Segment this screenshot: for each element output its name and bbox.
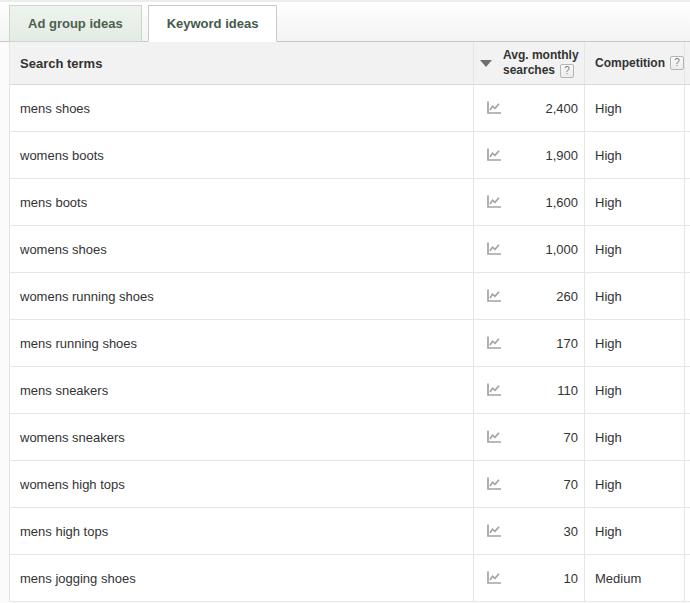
tab-ad-group-ideas-label: Ad group ideas — [28, 16, 123, 31]
table-row: mens high tops 30 High — [10, 508, 690, 555]
competition-help-icon[interactable]: ? — [670, 56, 684, 70]
competition-cell: High — [584, 414, 684, 460]
column-header-search-terms[interactable]: Search terms — [10, 42, 473, 84]
avg-monthly-searches-cell: 170 — [473, 320, 584, 366]
competition-value: High — [595, 195, 622, 210]
row-overflow-cell — [684, 273, 690, 319]
search-term-cell: mens sneakers — [10, 367, 473, 413]
row-overflow-cell — [684, 179, 690, 225]
tab-keyword-ideas-label: Keyword ideas — [167, 16, 259, 31]
trend-chart-icon[interactable] — [485, 147, 503, 163]
competition-cell: High — [584, 85, 684, 131]
header-overflow-cell — [684, 42, 690, 84]
avg-monthly-searches-cell: 70 — [473, 414, 584, 460]
avg-monthly-searches-value: 2,400 — [503, 101, 584, 116]
avg-monthly-searches-cell: 30 — [473, 508, 584, 554]
competition-cell: High — [584, 132, 684, 178]
row-overflow-cell — [684, 414, 690, 460]
row-overflow-cell — [684, 508, 690, 554]
competition-cell: High — [584, 320, 684, 366]
avg-monthly-searches-value: 170 — [503, 336, 584, 351]
avg-monthly-searches-value: 1,900 — [503, 148, 584, 163]
competition-value: High — [595, 430, 622, 445]
row-overflow-cell — [684, 461, 690, 507]
competition-value: High — [595, 101, 622, 116]
search-term-cell: womens boots — [10, 132, 473, 178]
competition-value: High — [595, 383, 622, 398]
table-row: mens jogging shoes 10 Medium — [10, 555, 690, 602]
search-term-cell: mens boots — [10, 179, 473, 225]
avg-monthly-searches-value: 10 — [503, 571, 584, 586]
row-overflow-cell — [684, 226, 690, 272]
search-term-text: womens boots — [20, 148, 104, 163]
avg-monthly-searches-value: 110 — [503, 383, 584, 398]
competition-cell: High — [584, 226, 684, 272]
search-term-text: mens running shoes — [20, 336, 137, 351]
search-terms-label: Search terms — [20, 56, 102, 71]
column-header-competition[interactable]: Competition ? — [584, 42, 684, 84]
search-term-cell: womens shoes — [10, 226, 473, 272]
tab-bar: Ad group ideas Keyword ideas — [0, 0, 690, 42]
search-term-cell: mens running shoes — [10, 320, 473, 366]
trend-chart-icon[interactable] — [485, 194, 503, 210]
competition-value: High — [595, 148, 622, 163]
avg-monthly-searches-cell: 10 — [473, 555, 584, 601]
search-term-text: mens sneakers — [20, 383, 108, 398]
trend-chart-icon[interactable] — [485, 100, 503, 116]
search-term-text: womens shoes — [20, 242, 107, 257]
search-term-text: womens high tops — [20, 477, 125, 492]
search-term-text: mens high tops — [20, 524, 108, 539]
trend-chart-icon[interactable] — [485, 429, 503, 445]
sort-descending-icon — [480, 60, 492, 67]
search-term-cell: mens jogging shoes — [10, 555, 473, 601]
search-term-text: womens running shoes — [20, 289, 154, 304]
tab-keyword-ideas[interactable]: Keyword ideas — [148, 5, 278, 42]
search-term-text: mens shoes — [20, 101, 90, 116]
avg-monthly-searches-value: 1,600 — [503, 195, 584, 210]
table-body: mens shoes 2,400 High womens boots — [10, 85, 690, 602]
search-term-text: womens sneakers — [20, 430, 125, 445]
trend-chart-icon[interactable] — [485, 523, 503, 539]
avg-monthly-searches-cell: 70 — [473, 461, 584, 507]
keyword-ideas-table: Search terms Avg. monthly searches ? Com… — [9, 42, 690, 602]
table-row: womens running shoes 260 High — [10, 273, 690, 320]
competition-cell: High — [584, 179, 684, 225]
trend-chart-icon[interactable] — [485, 335, 503, 351]
trend-chart-icon[interactable] — [485, 570, 503, 586]
avg-monthly-searches-value: 70 — [503, 477, 584, 492]
avg-monthly-searches-cell: 110 — [473, 367, 584, 413]
table-row: mens sneakers 110 High — [10, 367, 690, 414]
competition-value: High — [595, 242, 622, 257]
trend-chart-icon[interactable] — [485, 288, 503, 304]
avg-monthly-searches-cell: 1,900 — [473, 132, 584, 178]
avg-monthly-searches-value: 1,000 — [503, 242, 584, 257]
search-term-cell: mens shoes — [10, 85, 473, 131]
column-header-avg-monthly-searches[interactable]: Avg. monthly searches ? — [473, 42, 584, 84]
table-row: womens shoes 1,000 High — [10, 226, 690, 273]
competition-value: High — [595, 336, 622, 351]
competition-cell: High — [584, 461, 684, 507]
competition-cell: High — [584, 367, 684, 413]
avg-monthly-searches-cell: 1,600 — [473, 179, 584, 225]
avg-monthly-searches-value: 260 — [503, 289, 584, 304]
avg-monthly-searches-cell: 2,400 — [473, 85, 584, 131]
tab-ad-group-ideas[interactable]: Ad group ideas — [9, 5, 142, 42]
competition-label: Competition — [595, 56, 665, 70]
search-term-text: mens jogging shoes — [20, 571, 136, 586]
competition-value: Medium — [595, 571, 641, 586]
search-term-cell: womens sneakers — [10, 414, 473, 460]
avg-monthly-searches-help-icon[interactable]: ? — [560, 64, 574, 78]
table-row: womens sneakers 70 High — [10, 414, 690, 461]
trend-chart-icon[interactable] — [485, 476, 503, 492]
avg-monthly-searches-value: 30 — [503, 524, 584, 539]
trend-chart-icon[interactable] — [485, 241, 503, 257]
competition-value: High — [595, 289, 622, 304]
avg-monthly-searches-cell: 1,000 — [473, 226, 584, 272]
row-overflow-cell — [684, 367, 690, 413]
search-term-cell: womens running shoes — [10, 273, 473, 319]
competition-value: High — [595, 524, 622, 539]
table-header-row: Search terms Avg. monthly searches ? Com… — [10, 42, 690, 85]
competition-cell: High — [584, 508, 684, 554]
search-term-text: mens boots — [20, 195, 87, 210]
trend-chart-icon[interactable] — [485, 382, 503, 398]
